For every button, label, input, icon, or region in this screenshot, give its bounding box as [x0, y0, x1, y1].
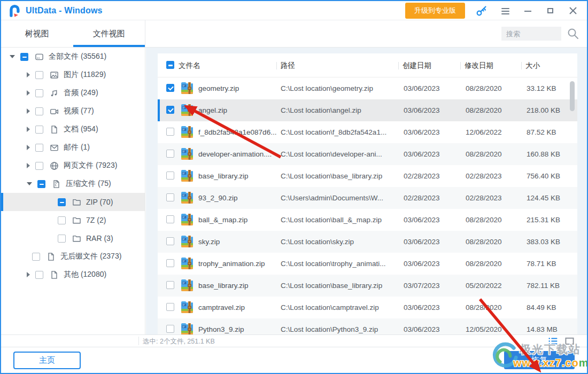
column-header-size[interactable]: 大小: [525, 53, 540, 77]
chevron-down-icon[interactable]: [27, 182, 32, 185]
tree-checkbox[interactable]: [35, 107, 43, 115]
table-row[interactable]: Python3_9.zipC:\Lost location\Python3_9.…: [158, 318, 577, 334]
tree-checkbox[interactable]: [32, 253, 40, 261]
cell-size: 215.31 KB: [527, 216, 575, 224]
table-row[interactable]: base_library.zipC:\Lost location\base_li…: [158, 165, 577, 187]
home-button[interactable]: 主页: [13, 352, 81, 369]
sidebar-item-label: 音频 (249): [64, 88, 98, 98]
audio-icon: [50, 89, 59, 98]
sidebar-item[interactable]: 视频 (77): [1, 102, 145, 120]
chevron-right-icon[interactable]: [27, 72, 30, 77]
row-checkbox[interactable]: [166, 128, 174, 136]
table-row[interactable]: angel.zipC:\Lost location\angel.zip03/06…: [158, 99, 577, 121]
chevron-right-icon[interactable]: [27, 90, 30, 96]
chevron-right-icon[interactable]: [27, 127, 30, 132]
sidebar-item[interactable]: 7Z (2): [1, 211, 145, 229]
sidebar-item-label: 7Z (2): [86, 216, 106, 224]
column-header-created[interactable]: 创建日期: [403, 53, 431, 77]
sidebar-item[interactable]: 无后缀文件 (2373): [1, 247, 145, 266]
cell-size: 756.40 KB: [527, 172, 575, 180]
sidebar-item[interactable]: 压缩文件 (75): [1, 175, 145, 193]
sidebar-item[interactable]: RAR (3): [1, 229, 145, 247]
row-checkbox[interactable]: [166, 325, 174, 333]
cell-size: 87.52 KB: [527, 128, 575, 136]
column-header-path[interactable]: 路径: [281, 53, 295, 77]
sidebar-item[interactable]: 音频 (249): [1, 84, 145, 102]
row-checkbox[interactable]: [166, 237, 174, 245]
table-row[interactable]: geometry.zipC:\Lost location\geometry.zi…: [158, 77, 577, 99]
select-all-checkbox[interactable]: [166, 61, 174, 69]
tree-checkbox[interactable]: [35, 144, 43, 152]
menu-icon[interactable]: [501, 6, 510, 15]
chevron-right-icon[interactable]: [27, 272, 30, 277]
list-view-icon[interactable]: [548, 337, 558, 345]
tree-checkbox[interactable]: [37, 180, 45, 188]
recover-button[interactable]: 恢复: [504, 351, 575, 369]
row-checkbox[interactable]: [166, 106, 174, 114]
table-row[interactable]: 93_2_90.zipC:\Users\admin\Documents\W...…: [158, 187, 577, 209]
zip-file-icon: [180, 191, 194, 204]
chevron-right-icon[interactable]: [27, 163, 30, 168]
cell-created: 03/06/2023: [404, 150, 460, 158]
close-icon[interactable]: [569, 6, 577, 15]
tree-checkbox[interactable]: [58, 198, 66, 206]
table-row[interactable]: f_8db2fa542a1e087d6...C:\Lost location\f…: [158, 121, 577, 143]
sidebar-item[interactable]: ZIP (70): [1, 193, 145, 211]
sidebar-item[interactable]: 文档 (954): [1, 120, 145, 138]
search-icon[interactable]: [567, 27, 579, 40]
tree-checkbox[interactable]: [35, 271, 43, 279]
tree-checkbox[interactable]: [35, 71, 43, 79]
cell-modified: 12/05/2020: [466, 325, 522, 333]
tree-checkbox[interactable]: [20, 53, 28, 61]
chevron-right-icon[interactable]: [27, 108, 30, 114]
row-checkbox[interactable]: [166, 193, 174, 201]
row-checkbox[interactable]: [166, 259, 174, 267]
search-input[interactable]: [501, 27, 561, 41]
image-icon: [50, 71, 59, 80]
tab-file-view[interactable]: 文件视图: [73, 20, 145, 47]
cell-filename: ball_&_map.zip: [198, 216, 278, 224]
upgrade-button[interactable]: 升级到专业版: [405, 3, 465, 19]
zip-file-icon: [180, 279, 194, 292]
tree-checkbox[interactable]: [58, 235, 66, 243]
table-row[interactable]: trophy_animation.zipC:\Lost location\tro…: [158, 253, 577, 275]
table-row[interactable]: base_library.zipC:\Lost location\base_li…: [158, 275, 577, 297]
scrollbar-thumb[interactable]: [570, 81, 575, 111]
tab-tree-view[interactable]: 树视图: [1, 20, 73, 47]
cell-path: C:\Lost location\developer-ani...: [281, 150, 396, 158]
cell-size: 33.12 KB: [527, 84, 575, 92]
column-header-modified[interactable]: 修改日期: [465, 53, 493, 77]
sidebar-item-label: 文档 (954): [64, 124, 98, 134]
sidebar-item[interactable]: 网页文件 (7923): [1, 157, 145, 175]
tree-checkbox[interactable]: [58, 216, 66, 224]
sidebar-item[interactable]: 其他 (12080): [1, 266, 145, 284]
row-checkbox[interactable]: [166, 281, 174, 289]
column-header-filename[interactable]: 文件名: [179, 53, 200, 77]
sidebar-item[interactable]: 图片 (11829): [1, 66, 145, 84]
minimize-icon[interactable]: [524, 6, 532, 15]
table-row[interactable]: sky.zipC:\Lost location\sky.zip03/06/202…: [158, 231, 577, 253]
table-row[interactable]: camptravel.zipC:\Lost location\camptrave…: [158, 297, 577, 318]
sidebar-item-label: 全部文件 (35561): [49, 52, 106, 61]
chevron-right-icon[interactable]: [27, 145, 30, 150]
row-checkbox[interactable]: [166, 215, 174, 223]
key-icon[interactable]: [476, 5, 488, 17]
row-checkbox[interactable]: [166, 150, 174, 158]
tree-checkbox[interactable]: [35, 89, 43, 97]
table-row[interactable]: developer-animation....C:\Lost location\…: [158, 143, 577, 165]
chevron-down-icon[interactable]: [10, 55, 15, 58]
table-row[interactable]: ball_&_map.zipC:\Lost location\ball_&_ma…: [158, 209, 577, 231]
cell-filename: 93_2_90.zip: [198, 194, 278, 202]
thumbnail-view-icon[interactable]: [565, 337, 574, 345]
sidebar-item[interactable]: 全部文件 (35561): [1, 48, 145, 66]
row-checkbox[interactable]: [166, 172, 174, 180]
maximize-icon[interactable]: [546, 6, 555, 15]
row-checkbox[interactable]: [166, 84, 174, 92]
tree-checkbox[interactable]: [35, 126, 43, 134]
cell-created: 02/28/2023: [404, 194, 460, 202]
sidebar-item[interactable]: 邮件 (1): [1, 138, 145, 157]
table-header: 文件名 路径 创建日期 修改日期 大小: [158, 53, 577, 77]
row-checkbox[interactable]: [166, 303, 174, 311]
document-icon: [50, 125, 59, 134]
tree-checkbox[interactable]: [35, 162, 43, 170]
